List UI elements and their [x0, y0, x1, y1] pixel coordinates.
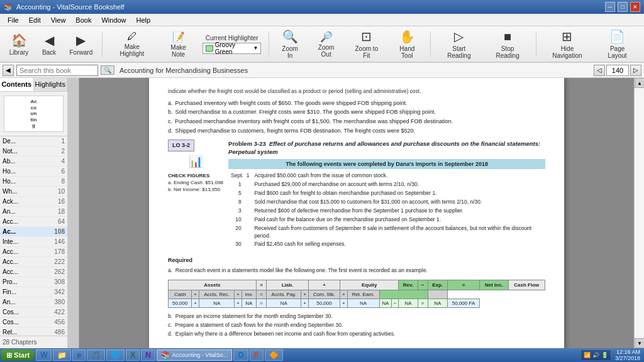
toc-item-10[interactable]: Ac... 108 [0, 227, 67, 237]
menu-help[interactable]: Help [131, 15, 156, 25]
menu-edit[interactable]: Edit [24, 15, 46, 25]
toc-item-13[interactable]: Acc... 222 [0, 257, 67, 267]
required-section: Required a. Record each event in a state… [168, 256, 545, 338]
vitalsource-icon: 📚 [161, 351, 170, 359]
scroll-up-button[interactable]: ▲ [635, 78, 644, 88]
taskbar-app-onenote[interactable]: N [141, 349, 155, 361]
taskbar-app-word[interactable]: W [36, 349, 52, 361]
hand-tool-button[interactable]: ✋ Hand Tool [389, 28, 425, 60]
taskbar-app-vitalsource[interactable]: 📚 Accounting - VitalSo... [157, 349, 232, 361]
taskbar-app-explorer[interactable]: 📁 [53, 349, 71, 361]
menu-bar: File Edit View Book Window Help [0, 14, 644, 26]
toc-item-7[interactable]: Ack... 16 [0, 197, 67, 207]
events-table: Sept. 1 Acquired $50,000 cash from the i… [228, 172, 545, 249]
taskbar-right: 📶 🔊 🔋 12:16 AM 3/27/2018 [580, 349, 643, 361]
hand-tool-label: Hand Tool [393, 45, 421, 59]
titlebar-left: 📚 Accounting - VitalSource Bookshelf [4, 3, 125, 11]
taskbar-app-misc[interactable]: 🔶 [265, 349, 283, 361]
start-icon: ⊞ [6, 351, 12, 359]
table-row: 3 Returned $600 of defective merchandise… [228, 207, 545, 216]
zoom-out-icon: 🔎 [320, 31, 333, 43]
close-button[interactable]: ✕ [630, 2, 640, 12]
next-page-button[interactable]: ▷ [630, 65, 641, 76]
toc-item-2[interactable]: Not... 2 [0, 146, 67, 156]
taskbar-app-media[interactable]: 🎵 [87, 349, 105, 361]
toc-item-9[interactable]: Acc... 64 [0, 217, 67, 227]
highlighter-dropdown[interactable]: Groovy Green ▼ [203, 43, 261, 54]
toc-item-4[interactable]: Ho... 6 [0, 167, 67, 177]
clock: 12:16 AM 3/27/2018 [615, 349, 640, 361]
list-item-b: b. Sold merchandise to a customer. Freig… [168, 108, 545, 116]
toc-item-17[interactable]: An... 380 [0, 297, 67, 307]
toc-item-6[interactable]: Wh... 10 [0, 187, 67, 197]
toc-item-19[interactable]: Cos... 456 [0, 317, 67, 327]
library-button[interactable]: 🏠 Library [5, 28, 33, 60]
check-figure-1: a. Ending Cash: $51,098 [168, 179, 223, 186]
taskbar-app-powerpoint[interactable]: P [250, 349, 264, 361]
toc-item-18[interactable]: Cos... 422 [0, 307, 67, 317]
hide-navigation-button[interactable]: ⊞ Hide Navigation [541, 28, 594, 60]
taskbar-app-outlook[interactable]: O [233, 349, 248, 361]
toc-item-15[interactable]: Pro... 308 [0, 277, 67, 287]
make-note-button[interactable]: 📝 Make Note [159, 28, 197, 60]
toc-item-16[interactable]: Fin... 342 [0, 287, 67, 297]
table-row: 10 Paid cash for the balance due on the … [228, 216, 545, 224]
toc-item-5[interactable]: Ho... 8 [0, 177, 67, 187]
menu-view[interactable]: View [46, 15, 71, 25]
page-container[interactable]: indicate whether the freight cost would … [79, 78, 634, 348]
toc-item-8[interactable]: An... 18 [0, 207, 67, 217]
toc-item-12[interactable]: Acc... 178 [0, 247, 67, 257]
minimize-button[interactable]: ─ [605, 2, 615, 12]
sep4 [536, 31, 536, 57]
page-number-input[interactable] [606, 65, 629, 76]
powerpoint-icon: P [254, 351, 259, 359]
app-icon: 📚 [4, 3, 13, 11]
table-row: 1 Purchased $29,000 of merchandise on ac… [228, 180, 545, 189]
prev-page-button[interactable]: ◁ [594, 65, 605, 76]
menu-file[interactable]: File [3, 15, 24, 25]
financial-table: Assets = Liab. + Equity Rev. − Exp. = [168, 280, 545, 309]
forward-label: Forward [70, 49, 93, 56]
zoom-in-label: Zoom In [279, 45, 301, 59]
toc-item-20[interactable]: Rel... 486 [0, 327, 67, 336]
forward-icon: ▶ [76, 33, 86, 48]
zoom-to-fit-button[interactable]: ⊡ Zoom to Fit [347, 28, 386, 60]
forward-button[interactable]: ▶ Forward [65, 28, 97, 60]
maximize-button[interactable]: □ [618, 2, 628, 12]
search-input[interactable] [16, 65, 98, 76]
taskbar-app-chrome[interactable]: 🌐 [106, 349, 125, 361]
scroll-down-button[interactable]: ▼ [635, 338, 644, 348]
taskbar-app-excel[interactable]: X [126, 349, 140, 361]
menu-book[interactable]: Book [70, 15, 96, 25]
financial-table-wrapper: Assets = Liab. + Equity Rev. − Exp. = [168, 280, 545, 309]
toc-list: De... 1 Not... 2 Ab... 4 Ho... 6 Ho... 8… [0, 136, 67, 336]
intro-paragraph: indicate whether the freight cost would … [168, 88, 545, 96]
menu-window[interactable]: Window [96, 15, 131, 25]
start-reading-button[interactable]: ▷ Start Reading [436, 28, 482, 60]
start-button[interactable]: ⊞ Start [1, 349, 35, 361]
scroll-thumb[interactable] [635, 88, 644, 338]
tab-highlights[interactable]: Highlights [34, 78, 68, 91]
taskbar-app-ie[interactable]: e [72, 349, 86, 361]
toc-item-3[interactable]: Ab... 4 [0, 156, 67, 167]
page-layout-button[interactable]: 📄 Page Layout [596, 28, 639, 60]
onenote-icon: N [145, 351, 151, 359]
book-thumb-title: Accounting [7, 99, 60, 129]
back-button[interactable]: ◀ Back [35, 28, 63, 60]
stop-reading-button[interactable]: ■ Stop Reading [485, 28, 531, 60]
tab-contents[interactable]: Contents [0, 78, 34, 91]
zoom-out-button[interactable]: 🔎 Zoom Out [308, 28, 344, 60]
breadcrumb: Accounting for Merchandising Businesses [119, 67, 248, 74]
taskbar: ⊞ Start W 📁 e 🎵 🌐 X N 📚 Accounting - Vit… [0, 348, 644, 362]
clock-time: 12:16 AM [615, 349, 640, 355]
toc-item-11[interactable]: Inte... 146 [0, 237, 67, 247]
make-highlight-button[interactable]: 🖊 Make Highlight [108, 28, 157, 60]
vertical-scrollbar[interactable]: ▲ ▼ [634, 78, 644, 348]
collapse-panel-button[interactable]: ◀ [3, 65, 14, 76]
toc-item-14[interactable]: Acc... 262 [0, 267, 67, 277]
page-navigation: ◁ ▷ [594, 65, 641, 76]
zoom-in-button[interactable]: 🔍 Zoom In [274, 28, 306, 60]
toc-item-1[interactable]: De... 1 [0, 136, 67, 146]
page-layout-icon: 📄 [609, 29, 625, 44]
search-button[interactable]: 🔍 [101, 65, 114, 75]
